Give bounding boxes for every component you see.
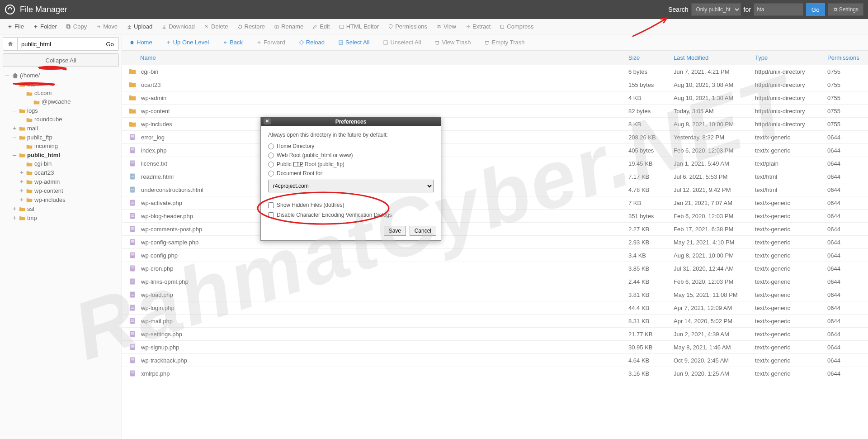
tree-node-etc[interactable]: –etc [3,80,119,89]
svg-rect-10 [130,134,135,140]
nav-home[interactable]: Home [126,37,156,48]
tree-toggle[interactable]: + [19,196,24,203]
chk-show-hidden[interactable]: Show Hidden Files (dotfiles) [268,200,434,210]
tree-toggle[interactable]: – [12,81,17,88]
table-row[interactable]: wp-content82 bytesToday, 3:05 AMhttpd/un… [122,105,868,118]
col-size[interactable]: Size [624,51,669,65]
col-perm[interactable]: Permissions [823,51,868,65]
table-row[interactable]: wp-settings.php21.77 KBJun 2, 2021, 4:39… [122,328,868,341]
tree-toggle[interactable]: – [12,151,17,158]
tree-node-tmp[interactable]: +tmp [3,213,119,222]
tree-node-wpincludes[interactable]: +wp-includes [3,195,119,204]
file-perm: 0644 [823,302,868,314]
tree-node-wpadmin[interactable]: +wp-admin [3,177,119,186]
domain-select[interactable]: r4cproject.com [268,180,434,192]
table-row[interactable]: ocart23155 bytesAug 10, 2021, 3:08 AMhtt… [122,78,868,91]
svg-rect-14 [130,147,135,153]
radio-doc-root[interactable]: Document Root for: [268,169,434,178]
tree-node-mail[interactable]: +mail [3,124,119,133]
nav-forward[interactable]: Forward [253,37,289,48]
radio-ftp-root[interactable]: Public FTP Root (public_ftp) [268,160,434,169]
path-home-button[interactable] [3,37,18,51]
nav-reload[interactable]: Reload [295,37,328,48]
tree-toggle[interactable]: – [12,134,17,141]
tree-node-publichtml[interactable]: –public_html [3,150,119,159]
table-row[interactable]: wp-links-opml.php2.44 KBFeb 6, 2020, 12:… [122,275,868,288]
search-scope-select[interactable]: Only public_html [691,3,741,16]
table-row[interactable]: wp-blog-header.php351 bytesFeb 6, 2020, … [122,210,868,223]
nav-empty-trash[interactable]: Empty Trash [481,37,528,48]
table-row[interactable]: index.php405 bytesFeb 6, 2020, 12:03 PMt… [122,144,868,157]
tree-node-ocart23[interactable]: +ocart23 [3,168,119,177]
file-size: 7.17 KB [624,171,669,182]
modal-titlebar[interactable]: ✕ Preferences [261,117,441,126]
table-row[interactable]: wp-activate.php7 KBJan 21, 2021, 7:07 AM… [122,196,868,210]
table-row[interactable]: xmlrpc.php3.16 KBJun 9, 2020, 1:25 AMtex… [122,367,868,380]
nav-unselect-all[interactable]: Unselect All [379,37,425,48]
path-input[interactable] [18,37,101,51]
nav-back[interactable]: Back [219,37,246,48]
nav-select-all[interactable]: Select All [335,37,373,48]
table-row[interactable]: wp-config-sample.php2.93 KBMay 21, 2021,… [122,236,868,249]
search-input[interactable] [754,3,803,16]
table-row[interactable]: license.txt19.45 KBJan 1, 2021, 5:49 AMt… [122,157,868,170]
table-row[interactable]: wp-config.php3.4 KBAug 8, 2021, 10:00 PM… [122,249,868,262]
tree-toggle[interactable]: + [12,205,17,212]
tree-toggle[interactable]: + [19,169,24,176]
tree-node-home[interactable]: –(/home/ [3,71,119,80]
tree-toggle[interactable]: + [19,178,24,185]
tree-node-ctcom[interactable]: ct.com [3,89,119,97]
tree-toggle[interactable]: + [19,187,24,194]
table-row[interactable]: wp-includes8 KBAug 8, 2021, 10:00 PMhttp… [122,118,868,131]
table-row[interactable]: </>underconstructions.html4.78 KBJul 12,… [122,183,868,196]
table-row[interactable]: </>readme.html7.17 KBJul 6, 2021, 5:53 P… [122,170,868,183]
file-size: 7 KB [624,197,669,209]
modal-close-button[interactable]: ✕ [264,118,271,124]
table-row[interactable]: wp-load.php3.81 KBMay 15, 2021, 11:08 PM… [122,288,868,301]
col-type[interactable]: Type [750,51,823,65]
table-row[interactable]: wp-cron.php3.85 KBJul 31, 2020, 12:44 AM… [122,262,868,275]
toolbar-upload[interactable]: Upload [122,20,157,33]
col-name[interactable]: Name [122,51,624,65]
table-row[interactable]: cgi-bin6 bytesJun 7, 2021, 4:21 PMhttpd/… [122,65,868,78]
tree-node-cgibin[interactable]: cgi-bin [3,159,119,168]
radio-web-root[interactable]: Web Root (public_html or www) [268,151,434,160]
tree-node-ssl[interactable]: +ssl [3,204,119,213]
radio-home-dir[interactable]: Home Directory [268,142,434,151]
tree-node-pwcache[interactable]: @pwcache [3,97,119,106]
tree-toggle[interactable]: + [12,124,17,132]
tree-toggle[interactable]: – [12,107,17,114]
forward-icon [256,40,262,45]
file-icon [128,225,137,233]
table-row[interactable]: wp-signup.php30.95 KBMay 8, 2021, 1:46 A… [122,341,868,354]
chk-disable-encoding[interactable]: Disable Character Encoding Verification … [268,210,434,220]
settings-button[interactable]: Settings [828,3,863,16]
tree-node-roundcube[interactable]: roundcube [3,115,119,124]
tree-toggle[interactable]: – [5,72,10,79]
modal-cancel-button[interactable]: Cancel [410,226,436,236]
svg-rect-46 [130,265,135,271]
tree-toggle[interactable]: + [12,214,17,221]
col-mod[interactable]: Last Modified [669,51,750,65]
path-go-button[interactable]: Go [101,37,119,51]
collapse-all-button[interactable]: Collapse All [3,53,119,67]
search-go-button[interactable]: Go [806,3,825,16]
toolbar-folder[interactable]: Folder [28,20,61,33]
nav-view-trash[interactable]: View Trash [431,37,474,48]
table-row[interactable]: error_log208.26 KBYesterday, 8:32 PMtext… [122,131,868,144]
file-modified: Feb 6, 2020, 12:03 PM [669,145,750,156]
toolbar-file[interactable]: File [3,20,28,33]
tree-node-publicftp[interactable]: –public_ftp [3,133,119,142]
modal-save-button[interactable]: Save [384,226,406,236]
tree-node-logs[interactable]: –logs [3,106,119,115]
table-row[interactable]: wp-admin4 KBAug 10, 2021, 1:30 AMhttpd/u… [122,91,868,105]
table-row[interactable]: wp-comments-post.php2.27 KBFeb 17, 2021,… [122,223,868,236]
table-row[interactable]: wp-login.php44.4 KBApr 7, 2021, 12:09 AM… [122,301,868,315]
table-row[interactable]: wp-trackback.php4.64 KBOct 9, 2020, 2:45… [122,354,868,367]
tree-label: @pwcache [42,98,71,105]
tree-node-incoming[interactable]: incoming [3,142,119,150]
file-type: text/x-generic [750,289,823,301]
tree-node-wpcontent[interactable]: +wp-content [3,186,119,195]
nav-up-one-level[interactable]: Up One Level [162,37,213,48]
table-row[interactable]: wp-mail.php8.31 KBApr 14, 2020, 5:02 PMt… [122,315,868,328]
